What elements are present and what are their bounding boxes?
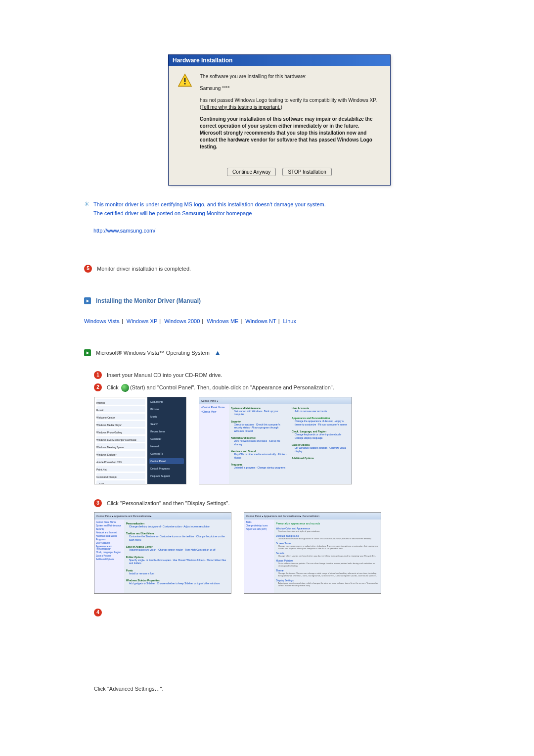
os-links: Windows Vista| Windows XP| Windows 2000|…	[84, 318, 475, 324]
start-menu-right-item: Control Panel	[149, 458, 184, 464]
dialog-warning-text: Continuing your installation of this sof…	[200, 116, 381, 150]
section-arrow-icon: ▸	[84, 297, 91, 304]
dialog-device: Samsung ****	[200, 85, 381, 92]
start-menu-item: Windows Live Messenger Download	[96, 436, 145, 442]
start-orb-icon	[121, 384, 129, 392]
tell-me-link[interactable]: Tell me why this testing is important.	[201, 104, 280, 110]
start-menu-right-item: Music	[149, 414, 184, 420]
os-link-vista[interactable]: Windows Vista	[84, 318, 120, 324]
vista-step4: Click "Advanced Settings…".	[94, 686, 475, 692]
dialog-line1: The software you are installing for this…	[200, 73, 381, 80]
screenshot-control-panel: Control Panel ▸ • Control Panel Home• Cl…	[199, 397, 352, 484]
continue-anyway-button[interactable]: Continue Anyway	[227, 168, 276, 176]
hardware-installation-dialog: Hardware Installation The software you a…	[168, 54, 391, 186]
start-menu-right-item: Search	[149, 421, 184, 427]
screenshot-personalization-panel: Control Panel ▸ Appearance and Personali…	[244, 512, 381, 594]
start-menu-right-item: Computer	[149, 436, 184, 442]
step-3-number: 3	[94, 499, 102, 507]
svg-rect-1	[184, 78, 186, 82]
step-done-text: Monitor driver installation is completed…	[97, 266, 191, 272]
start-menu-item: Windows Photo Gallery	[96, 428, 145, 434]
os-link-nt[interactable]: Windows NT	[245, 318, 276, 324]
up-arrow-icon: ▲	[215, 349, 221, 356]
certify-note: This monitor driver is under certifying …	[93, 200, 326, 235]
start-menu-item: Paint.Net	[96, 466, 145, 472]
os-link-linux[interactable]: Linux	[283, 318, 296, 324]
start-menu-right-item: Connect To	[149, 451, 184, 457]
start-menu-right-item: Help and Support	[149, 473, 184, 479]
vista-step2: Click (Start) and "Control Panel". Then,…	[107, 383, 475, 392]
start-menu-right-item: Network	[149, 443, 184, 449]
item-arrow-icon: ▸	[84, 349, 91, 356]
start-menu-item: Command Prompt	[96, 473, 145, 479]
start-menu-item: E-mail	[96, 406, 145, 412]
step-1-number: 1	[94, 371, 102, 379]
start-menu-right-item: Default Programs	[149, 466, 184, 472]
screenshot-start-menu: InternetE-mailWelcome CenterWindows Medi…	[94, 397, 186, 484]
start-menu-item: Windows Explorer	[96, 451, 145, 457]
vista-step3: Click "Personalization" and then "Displa…	[107, 500, 230, 506]
step-2-number: 2	[94, 383, 102, 391]
vista-step1: Insert your Manual CD into your CD-ROM d…	[107, 371, 475, 379]
dialog-title: Hardware Installation	[169, 55, 390, 66]
start-menu-right-item: Recent Items	[149, 428, 184, 434]
svg-rect-2	[184, 83, 186, 85]
start-menu-right-item: Pictures	[149, 406, 184, 412]
start-menu-right-item: Documents	[149, 399, 184, 405]
info-icon: ✳	[84, 200, 89, 208]
os-link-me[interactable]: Windows ME	[207, 318, 238, 324]
start-menu-item: Welcome Center	[96, 414, 145, 420]
os-link-2000[interactable]: Windows 2000	[164, 318, 200, 324]
start-menu-item: Windows Media Player	[96, 421, 145, 427]
step-4-number: 4	[94, 609, 102, 616]
section-title: Installing the Monitor Driver (Manual)	[96, 297, 201, 304]
warning-icon	[178, 73, 192, 88]
dialog-logo-test: has not passed Windows Logo testing to v…	[200, 97, 381, 111]
vista-lead-text: Microsoft® Windows Vista™ Operating Syst…	[96, 350, 210, 356]
samsung-link[interactable]: http://www.samsung.com/	[93, 228, 155, 234]
step-5-number: 5	[84, 265, 92, 273]
screenshot-appearance-panel: Control Panel ▸ Appearance and Personali…	[94, 512, 231, 594]
start-menu-item: Windows Meeting Space	[96, 443, 145, 449]
os-link-xp[interactable]: Windows XP	[127, 318, 157, 324]
start-menu-item: Internet	[96, 399, 145, 405]
start-menu-item: Adobe Photoshop CS3	[96, 458, 145, 464]
stop-installation-button[interactable]: STOP Installation	[282, 168, 331, 176]
